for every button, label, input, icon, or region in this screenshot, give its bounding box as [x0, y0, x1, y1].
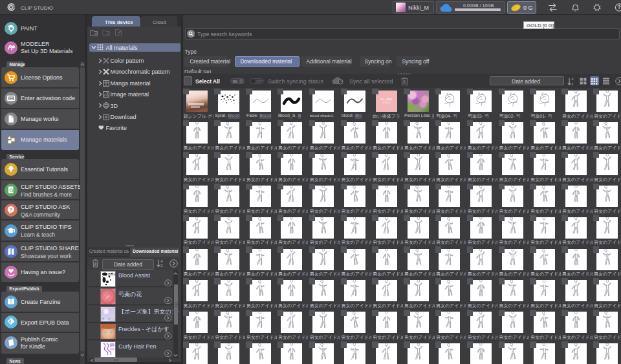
svg-text:Blood: Blood — [108, 272, 116, 276]
svg-text:Z: Z — [160, 264, 163, 268]
svg-text:A: A — [571, 77, 574, 81]
svg-text:?: ? — [10, 207, 13, 213]
svg-text:?: ? — [617, 4, 620, 10]
svg-text:ポーズ: ポーズ — [102, 317, 111, 321]
svg-text:A: A — [160, 259, 163, 263]
svg-text:Z: Z — [571, 82, 574, 86]
